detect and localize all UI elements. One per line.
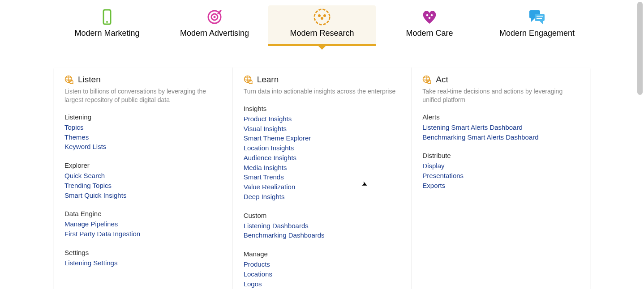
svg-line-22	[73, 83, 73, 84]
column-description: Take real-time decisions and actions by …	[422, 87, 580, 104]
group-title: Settings	[64, 249, 222, 256]
group-title: Custom	[244, 212, 401, 219]
target-icon	[206, 9, 223, 25]
link-visual-insights[interactable]: Visual Insights	[244, 124, 401, 134]
link-smart-theme-explorer[interactable]: Smart Theme Explorer	[244, 133, 401, 143]
column-title: Listen	[78, 75, 101, 85]
group-title: Data Engine	[64, 210, 222, 217]
top-tabs: Modern Marketing Modern Advertising Mode…	[0, 0, 644, 46]
link-product-insights[interactable]: Product Insights	[244, 114, 401, 124]
tab-modern-marketing[interactable]: Modern Marketing	[53, 5, 161, 46]
link-listening-smart-alerts-dashboard[interactable]: Listening Smart Alerts Dashboard	[422, 123, 580, 132]
link-smart-quick-insights[interactable]: Smart Quick Insights	[64, 191, 222, 200]
tab-label: Modern Care	[406, 29, 453, 38]
column-act: Act Take real-time decisions and actions…	[412, 68, 590, 289]
people-icon	[313, 9, 331, 25]
svg-point-1	[106, 21, 108, 23]
link-logos[interactable]: Logos	[244, 279, 401, 289]
link-keyword-lists[interactable]: Keyword Lists	[64, 142, 222, 152]
column-learn: Learn Turn data into actionable insights…	[233, 68, 412, 289]
column-listen: Listen Listen to billions of conversatio…	[54, 68, 233, 289]
column-title: Act	[436, 75, 448, 85]
link-benchmarking-smart-alerts-dashboard[interactable]: Benchmarking Smart Alerts Dashboard	[422, 132, 580, 142]
group-title: Distribute	[422, 152, 580, 159]
svg-point-11	[426, 14, 429, 17]
link-trending-topics[interactable]: Trending Topics	[64, 181, 222, 191]
phone-icon	[99, 9, 115, 25]
link-location-insights[interactable]: Location Insights	[244, 143, 401, 153]
svg-point-8	[318, 14, 321, 17]
tab-modern-advertising[interactable]: Modern Advertising	[161, 5, 268, 46]
group-data-engine: Data EngineManage PipelinesFirst Party D…	[64, 210, 222, 239]
group-custom: CustomListening DashboardsBenchmarking D…	[244, 212, 401, 241]
scrollbar-thumb[interactable]	[637, 2, 643, 95]
link-listening-settings[interactable]: Listening Settings	[64, 258, 222, 268]
svg-point-13	[429, 17, 431, 19]
tab-label: Modern Advertising	[180, 29, 249, 38]
link-listening-dashboards[interactable]: Listening Dashboards	[244, 221, 401, 231]
column-description: Listen to billions of conversations by l…	[64, 87, 222, 104]
group-title: Manage	[244, 250, 401, 258]
svg-point-4	[214, 16, 216, 18]
group-title: Listening	[64, 113, 222, 121]
link-topics[interactable]: Topics	[64, 123, 222, 132]
link-presentations[interactable]: Presentations	[422, 171, 580, 181]
group-title: Explorer	[64, 162, 222, 169]
group-alerts: AlertsListening Smart Alerts DashboardBe…	[422, 113, 580, 142]
link-exports[interactable]: Exports	[422, 181, 580, 191]
tab-modern-engagement[interactable]: Modern Engagement	[483, 5, 591, 46]
tab-modern-research[interactable]: Modern Research	[268, 5, 376, 46]
svg-point-10	[321, 17, 323, 20]
chat-icon	[528, 9, 545, 25]
svg-marker-17	[540, 21, 543, 24]
globe-search-icon	[244, 75, 253, 84]
svg-rect-16	[535, 14, 545, 21]
globe-search-icon	[422, 75, 431, 84]
link-media-insights[interactable]: Media Insights	[244, 163, 401, 173]
tab-label: Modern Research	[290, 29, 354, 38]
link-deep-insights[interactable]: Deep Insights	[244, 192, 401, 202]
link-audience-insights[interactable]: Audience Insights	[244, 153, 401, 163]
svg-line-25	[252, 83, 253, 84]
link-locations[interactable]: Locations	[244, 269, 401, 279]
heart-icon	[421, 9, 438, 25]
group-listening: ListeningTopicsThemesKeyword Lists	[64, 113, 222, 152]
group-insights: InsightsProduct InsightsVisual InsightsS…	[244, 105, 401, 202]
group-distribute: DistributeDisplayPresentationsExports	[422, 152, 580, 190]
link-display[interactable]: Display	[422, 161, 580, 171]
svg-point-9	[323, 14, 326, 17]
link-value-realization[interactable]: Value Realization	[244, 182, 401, 192]
link-benchmarking-dashboards[interactable]: Benchmarking Dashboards	[244, 230, 401, 240]
group-manage: ManageProductsLocationsLogosAI Studio	[244, 250, 401, 289]
tab-label: Modern Engagement	[499, 29, 575, 38]
group-explorer: ExplorerQuick SearchTrending TopicsSmart…	[64, 162, 222, 200]
tab-modern-care[interactable]: Modern Care	[376, 5, 483, 46]
group-settings: SettingsListening Settings	[64, 249, 222, 268]
tab-label: Modern Marketing	[74, 29, 139, 38]
column-title: Learn	[257, 75, 279, 85]
active-tab-caret	[318, 46, 326, 50]
link-manage-pipelines[interactable]: Manage Pipelines	[64, 219, 222, 229]
link-products[interactable]: Products	[244, 259, 401, 269]
link-smart-trends[interactable]: Smart Trends	[244, 172, 401, 182]
link-quick-search[interactable]: Quick Search	[64, 171, 222, 181]
group-title: Alerts	[422, 113, 580, 121]
svg-marker-15	[531, 18, 535, 22]
link-first-party-data-ingestion[interactable]: First Party Data Ingestion	[64, 229, 222, 239]
column-description: Turn data into actionable insights acros…	[244, 87, 401, 96]
svg-line-28	[430, 83, 431, 84]
link-themes[interactable]: Themes	[64, 132, 222, 142]
group-title: Insights	[244, 105, 401, 112]
mega-menu-panel: Listen Listen to billions of conversatio…	[54, 68, 590, 289]
svg-point-12	[431, 14, 433, 17]
globe-search-icon	[64, 75, 73, 84]
